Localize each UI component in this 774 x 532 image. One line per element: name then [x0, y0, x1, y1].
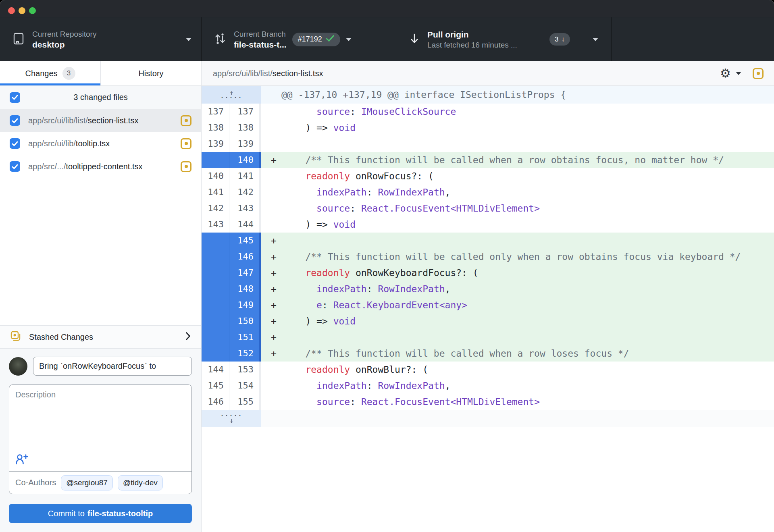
tab-changes[interactable]: Changes 3 [0, 61, 100, 85]
diff-marker: + [271, 152, 283, 168]
code-line: source: React.FocusEvent<HTMLDivElement> [261, 394, 774, 410]
diff-marker: + [271, 345, 283, 362]
new-line-number: 142 [229, 184, 259, 200]
hunk-header-text: @@ -137,10 +137,19 @@ interface ISection… [261, 86, 774, 104]
diff-line-gutter[interactable]: 140 [202, 152, 261, 168]
commit-button-branch: file-status-tooltip [87, 509, 153, 518]
tab-history[interactable]: History [100, 61, 201, 85]
pr-status-badge[interactable]: #17192 [292, 33, 340, 46]
code-line: readonly onRowBlur?: ( [261, 362, 774, 378]
new-line-number: 155 [229, 394, 259, 410]
diff-marker [271, 136, 283, 152]
modified-icon [753, 68, 764, 79]
diff-line-gutter[interactable]: 152 [202, 345, 261, 362]
diff-line-gutter[interactable]: 142143 [202, 200, 261, 216]
diff-line-gutter[interactable]: 141142 [202, 184, 261, 200]
file-name: tooltipped-content.tsx [66, 162, 142, 171]
diff-marker: + [271, 329, 283, 345]
pull-origin-button[interactable]: Pull origin Last fetched 16 minutes ... … [394, 17, 579, 61]
diff-row: 150+ ) => void [202, 313, 774, 329]
commit-summary-input[interactable] [33, 357, 192, 376]
diff-row: 140+ /** This function will be called wh… [202, 152, 774, 168]
old-line-number [202, 313, 229, 329]
code-line: + indexPath: RowIndexPath, [261, 281, 774, 297]
file-checkbox[interactable] [10, 138, 20, 149]
diff-line-gutter[interactable]: 145 [202, 233, 261, 249]
diff-marker [271, 394, 283, 410]
commit-button[interactable]: Commit to file-status-tooltip [9, 504, 192, 523]
diff-line-gutter[interactable]: 143144 [202, 216, 261, 233]
file-dir: app/src/ui/lib/ [28, 139, 76, 148]
file-row[interactable]: app/src/ui/lib/tooltip.tsx [0, 132, 201, 155]
add-coauthor-icon[interactable] [15, 453, 28, 466]
coauthor-pills: @sergiou87@tidy-dev [61, 475, 163, 490]
old-line-number [202, 265, 229, 281]
new-line-number: 149 [229, 297, 259, 313]
minimize-window-button[interactable] [19, 7, 25, 14]
chevron-down-icon[interactable] [346, 38, 352, 41]
current-branch-button[interactable]: Current Branch file-status-t... #17192 [202, 17, 394, 61]
diff-line-gutter[interactable]: 145154 [202, 378, 261, 394]
file-checkbox[interactable] [10, 161, 20, 172]
diff-line-gutter[interactable]: 151 [202, 329, 261, 345]
diff-line-gutter[interactable]: 150 [202, 313, 261, 329]
branch-icon [214, 32, 227, 47]
diff-line-gutter[interactable]: 149 [202, 297, 261, 313]
file-row[interactable]: app/src/.../tooltipped-content.tsx [0, 155, 201, 178]
diff-line-gutter[interactable]: 146155 [202, 394, 261, 410]
new-line-number: 154 [229, 378, 259, 394]
diff-row: 144153 readonly onRowBlur?: ( [202, 362, 774, 378]
diff-line-gutter[interactable]: 139139 [202, 136, 261, 152]
new-line-number: 141 [229, 168, 259, 184]
commit-description-box: Co-Authors @sergiou87@tidy-dev [9, 384, 192, 494]
files-header-label: 3 changed files [0, 93, 201, 102]
current-repository-button[interactable]: Current Repository desktop [0, 17, 202, 61]
diff-line-gutter[interactable]: 148 [202, 281, 261, 297]
diff-line-gutter[interactable]: 144153 [202, 362, 261, 378]
file-row[interactable]: app/src/ui/lib/list/section-list.tsx [0, 109, 201, 132]
new-line-number: 140 [229, 152, 259, 168]
repo-icon [12, 32, 25, 47]
close-window-button[interactable] [8, 7, 15, 14]
commit-description-input[interactable] [9, 385, 191, 445]
pr-number: #17192 [298, 35, 322, 44]
gear-icon[interactable]: ⚙ [720, 67, 731, 79]
coauthor-pill[interactable]: @sergiou87 [61, 475, 113, 490]
select-all-checkbox[interactable] [10, 92, 20, 103]
diff-row: 139139 [202, 136, 774, 152]
toolbar-dropdown-button[interactable] [579, 17, 612, 61]
diff-line-gutter[interactable]: 138138 [202, 120, 261, 136]
code-text: ) => void [283, 313, 356, 329]
new-line-number: 152 [229, 345, 259, 362]
old-line-number: 143 [202, 216, 229, 233]
new-line-number: 150 [229, 313, 259, 329]
code-text: indexPath: RowIndexPath, [283, 378, 450, 394]
tab-history-label: History [138, 69, 163, 78]
code-text: indexPath: RowIndexPath, [283, 184, 450, 200]
diff-line-gutter[interactable]: 146 [202, 249, 261, 265]
arrow-down-icon: ↓ [562, 35, 565, 44]
pull-subtitle: Last fetched 16 minutes ... [427, 40, 517, 50]
diff-row: 143144 ) => void [202, 216, 774, 233]
diff-row: 147+ readonly onRowKeyboardFocus?: ( [202, 265, 774, 281]
file-checkbox[interactable] [10, 115, 20, 126]
diff-line-gutter[interactable]: 147 [202, 265, 261, 281]
tab-changes-label: Changes [25, 69, 57, 78]
code-line: + readonly onRowKeyboardFocus?: ( [261, 265, 774, 281]
expand-hunk-up-button[interactable]: ↑····· [202, 86, 261, 104]
stashed-changes-row[interactable]: Stashed Changes [0, 325, 201, 349]
zoom-window-button[interactable] [29, 7, 36, 14]
diff-file-name: section-list.tsx [273, 69, 323, 78]
changes-sidebar: Changes 3 History 3 changed files app/sr… [0, 61, 202, 532]
coauthor-pill[interactable]: @tidy-dev [118, 475, 163, 490]
old-line-number: 145 [202, 378, 229, 394]
old-line-number: 138 [202, 120, 229, 136]
diff-marker: + [271, 265, 283, 281]
app-window: Current Repository desktop Current Branc… [0, 0, 774, 532]
chevron-down-icon[interactable] [736, 72, 741, 75]
diff-marker [271, 378, 283, 394]
diff-line-gutter[interactable]: 140141 [202, 168, 261, 184]
expand-hunk-down-button[interactable]: ·····↓ [202, 410, 261, 427]
code-line: + /** This function will be called when … [261, 152, 774, 168]
diff-line-gutter[interactable]: 137137 [202, 104, 261, 120]
